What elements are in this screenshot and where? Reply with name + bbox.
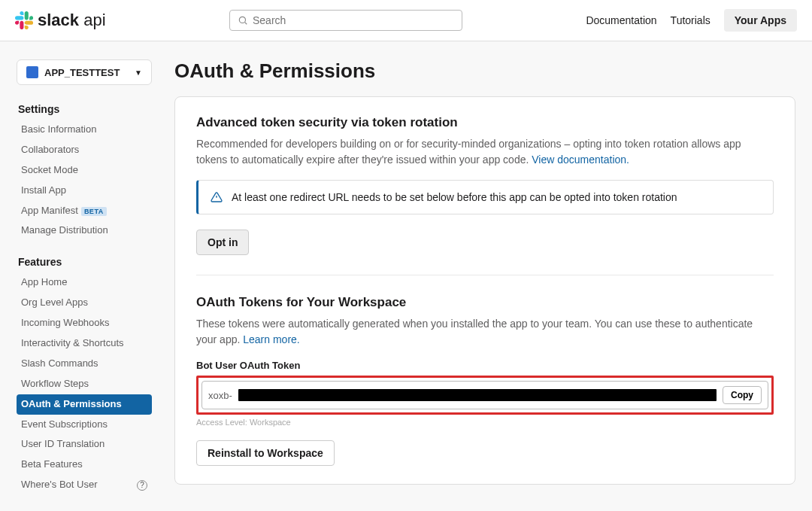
sidebar-heading-submit[interactable]: Submit to App Directory	[17, 506, 152, 511]
sidebar-item-app-home[interactable]: App Home	[17, 272, 152, 293]
alert-text: At least one redirect URL needs to be se…	[232, 190, 677, 205]
learn-more-link[interactable]: Learn more.	[243, 333, 299, 345]
sidebar-item-wheres-bot-user[interactable]: Where's Bot User ?	[17, 475, 152, 495]
app-selector[interactable]: APP_TESTTEST ▼	[17, 59, 152, 85]
slack-logo-icon	[15, 11, 33, 29]
sidebar-item-user-id-translation[interactable]: User ID Translation	[17, 434, 152, 455]
tokens-section-desc: These tokens were automatically generate…	[196, 316, 774, 348]
view-documentation-link[interactable]: View documentation.	[532, 154, 629, 166]
sidebar-item-collaborators[interactable]: Collaborators	[17, 140, 152, 160]
search-icon	[238, 15, 248, 26]
access-level-text: Access Level: Workspace	[196, 418, 774, 427]
help-icon[interactable]: ?	[137, 480, 147, 491]
sidebar-item-manage-distribution[interactable]: Manage Distribution	[17, 221, 152, 241]
logo[interactable]: slack api	[15, 11, 106, 30]
warning-icon	[211, 191, 223, 203]
nav-documentation[interactable]: Documentation	[586, 14, 656, 26]
token-highlight-box: xoxb- Copy	[196, 376, 774, 415]
sidebar-item-basic-information[interactable]: Basic Information	[17, 120, 152, 140]
main-content: OAuth & Permissions Advanced token secur…	[174, 59, 795, 511]
svg-line-1	[245, 23, 247, 25]
nav-your-apps[interactable]: Your Apps	[724, 9, 797, 32]
search-box[interactable]	[229, 10, 462, 31]
bot-token-row: xoxb- Copy	[201, 381, 768, 409]
advanced-section-title: Advanced token security via token rotati…	[196, 115, 774, 130]
token-prefix: xoxb-	[208, 390, 232, 401]
page-title: OAuth & Permissions	[174, 59, 795, 83]
sidebar-item-workflow-steps[interactable]: Workflow Steps	[17, 374, 152, 394]
redirect-url-alert: At least one redirect URL needs to be se…	[196, 180, 774, 214]
beta-badge: BETA	[81, 207, 107, 216]
sidebar-item-install-app[interactable]: Install App	[17, 181, 152, 201]
tokens-section-title: OAuth Tokens for Your Workspace	[196, 295, 774, 310]
content-card: Advanced token security via token rotati…	[174, 96, 795, 485]
nav-tutorials[interactable]: Tutorials	[671, 14, 710, 26]
sidebar-heading-features: Features	[17, 251, 152, 272]
sidebar-item-socket-mode[interactable]: Socket Mode	[17, 160, 152, 181]
sidebar-heading-settings: Settings	[17, 99, 152, 120]
sidebar-item-interactivity-shortcuts[interactable]: Interactivity & Shortcuts	[17, 333, 152, 354]
app-selector-name: APP_TESTTEST	[44, 67, 129, 78]
bot-token-label: Bot User OAuth Token	[196, 360, 774, 371]
svg-point-0	[239, 17, 245, 23]
token-redacted	[238, 389, 717, 401]
sidebar-item-event-subscriptions[interactable]: Event Subscriptions	[17, 415, 152, 435]
advanced-token-section: Advanced token security via token rotati…	[196, 115, 774, 255]
sidebar-item-app-manifest[interactable]: App ManifestBETA	[17, 201, 152, 221]
sidebar-item-incoming-webhooks[interactable]: Incoming Webhooks	[17, 313, 152, 333]
chevron-down-icon: ▼	[135, 68, 142, 77]
section-divider	[196, 275, 774, 275]
header-nav: Documentation Tutorials Your Apps	[586, 9, 797, 32]
sidebar-item-slash-commands[interactable]: Slash Commands	[17, 354, 152, 374]
sidebar-item-org-level-apps[interactable]: Org Level Apps	[17, 293, 152, 313]
sidebar: APP_TESTTEST ▼ Settings Basic Informatio…	[17, 59, 152, 511]
search-input[interactable]	[253, 14, 454, 26]
top-header: slack api Documentation Tutorials Your A…	[0, 0, 812, 41]
app-icon	[26, 66, 38, 78]
advanced-section-desc: Recommended for developers building on o…	[196, 136, 774, 168]
logo-text: slack api	[38, 11, 106, 30]
sidebar-item-oauth-permissions[interactable]: OAuth & Permissions	[17, 394, 152, 415]
oauth-tokens-section: OAuth Tokens for Your Workspace These to…	[196, 295, 774, 466]
copy-token-button[interactable]: Copy	[723, 386, 762, 404]
reinstall-button[interactable]: Reinstall to Workspace	[196, 440, 335, 466]
sidebar-item-beta-features[interactable]: Beta Features	[17, 455, 152, 475]
opt-in-button[interactable]: Opt in	[196, 230, 249, 255]
